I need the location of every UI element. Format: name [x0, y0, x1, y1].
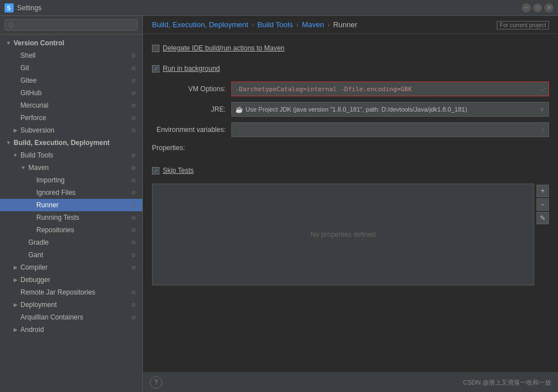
- delegate-ide-checkbox[interactable]: [152, 45, 159, 52]
- vm-options-label: VM Options:: [152, 85, 231, 93]
- vm-options-value: -DarchetypeCatalog=internal -Dfile.encod…: [235, 86, 412, 93]
- search-input[interactable]: [5, 19, 138, 31]
- sidebar-item-debugger[interactable]: ▶ Debugger: [0, 274, 142, 286]
- settings-icon: ⚙: [129, 113, 138, 122]
- expand-arrow: ▶: [11, 301, 19, 309]
- sidebar-item-mercurial[interactable]: Mercurial ⚙: [0, 99, 142, 112]
- maximize-button[interactable]: □: [533, 3, 542, 12]
- no-arrow: [11, 64, 19, 72]
- run-background-checkbox-container[interactable]: Run in background: [152, 65, 220, 73]
- sidebar-item-repositories[interactable]: Repositories ⚙: [0, 224, 142, 236]
- sidebar-item-perforce[interactable]: Perforce ⚙: [0, 112, 142, 124]
- sidebar-item-gitee[interactable]: Gitee ⚙: [0, 74, 142, 87]
- settings-icon: ⚙: [129, 163, 138, 172]
- search-bar: [0, 16, 142, 35]
- run-background-row: Run in background: [152, 61, 549, 76]
- no-arrow: [11, 76, 19, 84]
- add-property-button[interactable]: +: [536, 185, 549, 197]
- sidebar-item-version-control[interactable]: ▼ Version Control: [0, 37, 142, 49]
- no-arrow: [27, 214, 35, 221]
- settings-icon: ⚙: [129, 238, 138, 247]
- env-expand-icon[interactable]: ⤢: [540, 127, 545, 133]
- sidebar-item-shell[interactable]: Shell ⚙: [0, 49, 142, 62]
- sidebar-item-remote-jar[interactable]: Remote Jar Repositories ⚙: [0, 286, 142, 299]
- delegate-ide-label: Delegate IDE build/run actions to Maven: [163, 44, 285, 52]
- window-controls[interactable]: ─ □ ✕: [522, 3, 553, 12]
- sidebar-item-android[interactable]: ▶ Android: [0, 323, 142, 336]
- skip-tests-checkbox[interactable]: [152, 167, 159, 174]
- sidebar-item-gant[interactable]: Gant ⚙: [0, 249, 142, 261]
- settings-icon: ⚙: [129, 76, 138, 85]
- svg-text:S: S: [7, 5, 11, 11]
- sidebar-item-runner[interactable]: Runner ⚙: [0, 199, 142, 211]
- breadcrumb-maven[interactable]: Maven: [302, 20, 324, 29]
- sidebar-item-ignored-files[interactable]: Ignored Files ⚙: [0, 186, 142, 199]
- no-arrow: [27, 226, 35, 234]
- sidebar-item-arquillian[interactable]: Arquillian Containers ⚙: [0, 311, 142, 323]
- sidebar-tree: ▼ Version Control Shell ⚙ Git ⚙ Gitee ⚙ …: [0, 35, 142, 392]
- delegate-ide-row: Delegate IDE build/run actions to Maven: [152, 41, 549, 56]
- close-button[interactable]: ✕: [544, 3, 553, 12]
- edit-property-button[interactable]: ✎: [536, 212, 549, 224]
- sidebar: ▼ Version Control Shell ⚙ Git ⚙ Gitee ⚙ …: [0, 16, 143, 392]
- settings-icon: ⚙: [129, 288, 138, 297]
- no-arrow: [11, 89, 19, 97]
- settings-icon: ⚙: [129, 300, 138, 309]
- properties-label: Properties:: [152, 144, 185, 152]
- sidebar-item-github[interactable]: GitHub ⚙: [0, 87, 142, 99]
- run-background-checkbox[interactable]: [152, 65, 159, 73]
- expand-arrow: ▼: [5, 139, 12, 147]
- vm-options-input[interactable]: -DarchetypeCatalog=internal -Dfile.encod…: [231, 82, 549, 96]
- skip-tests-checkbox-container[interactable]: Skip Tests: [152, 167, 193, 174]
- expand-arrow: ▼: [19, 164, 27, 172]
- run-background-label: Run in background: [163, 65, 220, 73]
- expand-icon[interactable]: ⤢: [542, 86, 546, 92]
- breadcrumb-build-tools[interactable]: Build Tools: [257, 20, 293, 29]
- no-arrow: [11, 114, 19, 122]
- sidebar-item-build-tools[interactable]: ▼ Build Tools ⚙: [0, 149, 142, 161]
- jre-value: Use Project JDK (java version "1.8.0_181…: [246, 106, 539, 113]
- settings-icon: ⚙: [129, 225, 138, 235]
- dropdown-arrow: ▼: [539, 106, 545, 113]
- no-arrow: [27, 201, 35, 209]
- env-vars-input[interactable]: ⤢: [231, 122, 549, 137]
- help-button[interactable]: ?: [150, 376, 162, 389]
- sidebar-item-git[interactable]: Git ⚙: [0, 62, 142, 74]
- sidebar-item-subversion[interactable]: ▶ Subversion ⚙: [0, 124, 142, 137]
- sidebar-item-build-execution[interactable]: ▼ Build, Execution, Deployment: [0, 137, 142, 149]
- jdk-icon: ☕: [235, 106, 243, 113]
- env-vars-row: Environment variables: ⤢: [152, 122, 549, 137]
- sidebar-item-deployment[interactable]: ▶ Deployment ⚙: [0, 299, 142, 311]
- sidebar-item-running-tests[interactable]: Running Tests ⚙: [0, 211, 142, 224]
- breadcrumb-project-note: For current project: [497, 22, 549, 28]
- settings-icon: ⚙: [129, 126, 138, 135]
- no-properties-text: No properties defined: [311, 231, 376, 238]
- for-current-project-badge: For current project: [497, 21, 549, 29]
- breadcrumb-build-execution[interactable]: Build, Execution, Deployment: [152, 20, 248, 29]
- breadcrumb-sep-2: ›: [296, 21, 298, 29]
- properties-table: No properties defined: [152, 184, 534, 286]
- sidebar-item-compiler[interactable]: ▶ Compiler ⚙: [0, 261, 142, 274]
- delegate-ide-checkbox-container[interactable]: Delegate IDE build/run actions to Maven: [152, 44, 285, 52]
- no-arrow: [27, 189, 35, 197]
- sidebar-item-maven[interactable]: ▼ Maven ⚙: [0, 161, 142, 174]
- title-bar: S Settings ─ □ ✕: [0, 0, 558, 16]
- settings-icon: ⚙: [129, 101, 138, 110]
- breadcrumb: Build, Execution, Deployment › Build Too…: [143, 16, 558, 34]
- settings-icon: ⚙: [129, 213, 138, 222]
- sidebar-item-importing[interactable]: Importing ⚙: [0, 174, 142, 186]
- expand-arrow: ▼: [11, 151, 19, 159]
- form-content: Delegate IDE build/run actions to Maven …: [143, 34, 558, 372]
- settings-icon: ⚙: [129, 250, 138, 259]
- no-arrow: [11, 52, 19, 59]
- expand-arrow: ▶: [11, 263, 19, 271]
- minimize-button[interactable]: ─: [522, 3, 531, 12]
- skip-tests-label: Skip Tests: [163, 167, 193, 174]
- remove-property-button[interactable]: −: [536, 198, 549, 211]
- settings-icon: ⚙: [129, 51, 138, 60]
- main-container: ▼ Version Control Shell ⚙ Git ⚙ Gitee ⚙ …: [0, 16, 558, 392]
- settings-icon: ⚙: [129, 263, 138, 272]
- jre-select[interactable]: ☕ Use Project JDK (java version "1.8.0_1…: [231, 102, 549, 117]
- app-icon: S: [5, 3, 14, 12]
- sidebar-item-gradle[interactable]: Gradle ⚙: [0, 236, 142, 249]
